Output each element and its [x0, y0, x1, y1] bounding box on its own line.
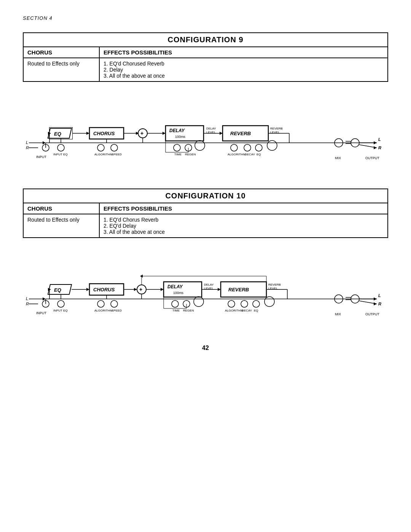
svg-text:ALGORITHM: ALGORITHM — [225, 309, 243, 312]
svg-marker-61 — [374, 146, 377, 149]
svg-point-11 — [57, 144, 64, 151]
config10-col1-body: Routed to Effects only — [23, 214, 99, 238]
svg-text:OUTPUT: OUTPUT — [365, 156, 380, 160]
svg-text:INPUT: INPUT — [36, 311, 47, 315]
svg-point-116 — [194, 297, 204, 307]
svg-text:R: R — [378, 302, 381, 306]
svg-text:OUTPUT: OUTPUT — [365, 312, 380, 316]
config9-svg: L R INPUT EQ INPUT EQ CHORUS — [23, 89, 388, 166]
svg-text:DELAY: DELAY — [204, 283, 214, 286]
svg-text:SPEED: SPEED — [112, 153, 122, 156]
svg-text:EQ: EQ — [54, 287, 61, 293]
config10-col2-header: EFFECTS POSSIBILITIES — [99, 203, 388, 214]
svg-text:DECAY: DECAY — [245, 153, 255, 156]
svg-text:REGEN: REGEN — [185, 153, 196, 156]
svg-text:CHORUS: CHORUS — [93, 287, 115, 292]
config9-col1-body: Routed to Effects only — [23, 58, 99, 81]
svg-text:R: R — [378, 145, 381, 150]
svg-text:L: L — [378, 293, 381, 298]
svg-text:R: R — [26, 302, 29, 306]
svg-text:ALGORITHM: ALGORITHM — [94, 153, 113, 156]
svg-point-17 — [97, 144, 104, 151]
svg-text:EQ: EQ — [254, 309, 258, 312]
svg-point-130 — [253, 300, 260, 307]
config10-table: CONFIGURATION 10 CHORUS EFFECTS POSSIBIL… — [23, 189, 388, 238]
svg-text:CHORUS: CHORUS — [93, 131, 115, 136]
svg-text:REVERB: REVERB — [228, 287, 249, 292]
svg-text:L: L — [26, 296, 28, 301]
page: SECTION 4 CONFIGURATION 9 CHORUS EFFECTS… — [0, 0, 411, 532]
svg-text:DECAY: DECAY — [242, 309, 252, 312]
svg-marker-149 — [374, 302, 377, 305]
config9-table: CONFIGURATION 9 CHORUS EFFECTS POSSIBILI… — [23, 32, 388, 82]
svg-point-114 — [172, 300, 178, 307]
config10-svg: L R INPUT EQ INPUT EQ — [23, 246, 388, 322]
svg-point-45 — [244, 144, 251, 151]
svg-text:100ms: 100ms — [175, 135, 186, 139]
config10-line2: 2. EQ'd Delay — [104, 223, 136, 229]
svg-text:+: + — [140, 130, 143, 136]
svg-point-88 — [57, 300, 64, 307]
svg-text:SPEED: SPEED — [112, 309, 122, 312]
config9-col1-header: CHORUS — [23, 47, 99, 58]
svg-text:INPUT EQ: INPUT EQ — [53, 153, 68, 156]
svg-text:MIX: MIX — [335, 312, 341, 316]
section-label: SECTION 4 — [23, 15, 388, 21]
config10-line3: 3. All of the above at once — [104, 229, 165, 235]
svg-text:EQ: EQ — [54, 131, 61, 137]
config9-title: CONFIGURATION 9 — [23, 33, 388, 47]
config10-title: CONFIGURATION 10 — [23, 189, 388, 203]
svg-point-33 — [174, 144, 180, 151]
svg-point-131 — [264, 297, 274, 307]
svg-text:INPUT EQ: INPUT EQ — [53, 309, 68, 312]
svg-point-129 — [241, 300, 248, 307]
config10-col1-header: CHORUS — [23, 203, 99, 214]
svg-point-97 — [97, 300, 104, 307]
config10-line1: 1. EQ'd Chorus Reverb — [104, 217, 158, 223]
svg-text:L: L — [378, 137, 381, 142]
config10-diagram: L R INPUT EQ INPUT EQ — [23, 246, 388, 322]
svg-marker-103 — [134, 288, 137, 291]
svg-text:100ms: 100ms — [173, 291, 184, 295]
config9-col2-header: EFFECTS POSSIBILITIES — [99, 47, 388, 58]
config10-col2-body: 1. EQ'd Chorus Reverb 2. EQ'd Delay 3. A… — [99, 214, 388, 238]
svg-marker-146 — [374, 297, 377, 300]
config10-section: CONFIGURATION 10 CHORUS EFFECTS POSSIBIL… — [23, 189, 388, 238]
svg-text:MIX: MIX — [335, 156, 341, 160]
config9-col2-body: 1. EQ'd Chorused Reverb 2. Delay 3. All … — [99, 58, 388, 81]
svg-point-47 — [267, 141, 277, 150]
svg-text:REVERB: REVERB — [230, 131, 251, 136]
svg-text:INPUT: INPUT — [36, 155, 47, 159]
config9-line3: 3. All of the above at once — [104, 73, 165, 79]
svg-text:L: L — [26, 140, 28, 145]
svg-text:REVERB: REVERB — [270, 127, 283, 130]
svg-point-35 — [195, 141, 205, 150]
svg-text:+: + — [139, 286, 142, 292]
svg-text:R: R — [26, 145, 29, 150]
svg-point-128 — [228, 300, 235, 307]
svg-point-18 — [111, 144, 118, 151]
svg-text:DELAY: DELAY — [169, 128, 185, 133]
svg-text:DELAY: DELAY — [206, 127, 216, 130]
svg-text:ALGORITHM: ALGORITHM — [228, 153, 246, 156]
svg-point-46 — [255, 144, 262, 151]
svg-text:TIME: TIME — [172, 309, 180, 312]
svg-text:REGEN: REGEN — [183, 309, 194, 312]
svg-text:REVERB: REVERB — [268, 283, 281, 286]
svg-marker-79 — [43, 297, 46, 300]
config9-line2: 2. Delay — [104, 67, 123, 73]
svg-text:EQ: EQ — [256, 153, 261, 156]
svg-marker-58 — [374, 141, 377, 144]
svg-text:TIME: TIME — [174, 153, 182, 156]
config9-diagram: L R INPUT EQ INPUT EQ CHORUS — [23, 89, 388, 166]
svg-marker-2 — [43, 141, 46, 144]
svg-text:ALGORITHM: ALGORITHM — [94, 309, 113, 312]
svg-point-98 — [111, 300, 118, 307]
svg-text:DELAY: DELAY — [167, 284, 183, 289]
config9-section: CONFIGURATION 9 CHORUS EFFECTS POSSIBILI… — [23, 32, 388, 82]
svg-point-44 — [231, 144, 237, 151]
config9-line1: 1. EQ'd Chorused Reverb — [104, 61, 164, 67]
page-number: 42 — [23, 345, 388, 351]
